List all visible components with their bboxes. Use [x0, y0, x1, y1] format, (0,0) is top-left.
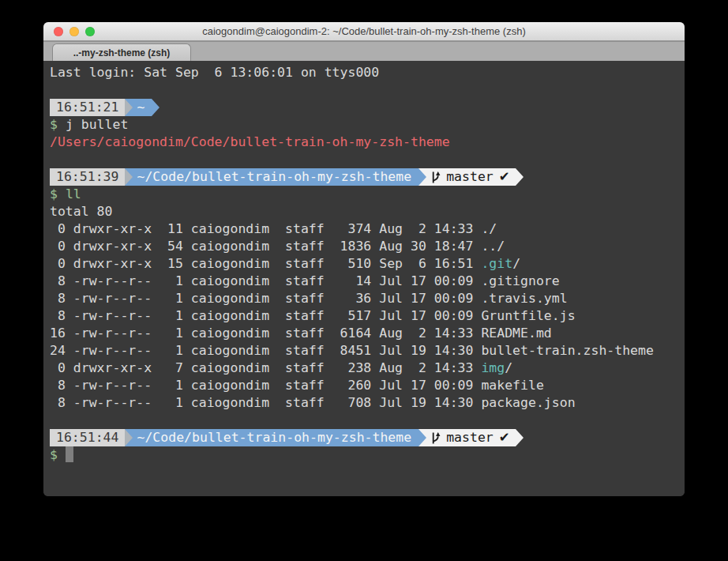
- input-line[interactable]: $: [50, 446, 678, 464]
- blank-line: [50, 81, 678, 99]
- ls-row: 0 drwxr-xr-x 7 caiogondim staff 238 Aug …: [50, 360, 678, 377]
- prompt-char: $: [50, 447, 58, 462]
- git-branch-icon: [430, 431, 441, 445]
- prompt-dir-segment: ~/Code/bullet-train-oh-my-zsh-theme: [133, 429, 418, 446]
- terminal-screen[interactable]: Last login: Sat Sep 6 13:06:01 on ttys00…: [43, 61, 685, 496]
- directory-name: img: [481, 360, 505, 375]
- text-cursor: [66, 446, 73, 462]
- segment-separator: [125, 99, 133, 116]
- close-button[interactable]: [54, 27, 63, 36]
- zoom-button[interactable]: [85, 27, 95, 36]
- prompt-line: 16:51:39 ~/Code/bullet-train-oh-my-zsh-t…: [50, 168, 678, 186]
- ls-row: 8 -rw-r--r-- 1 caiogondim staff 517 Jul …: [50, 307, 678, 325]
- prompt-time: 16:51:39: [56, 168, 118, 186]
- ls-listing: 0 drwxr-xr-x 11 caiogondim staff 374 Aug…: [50, 220, 678, 412]
- prompt-line: 16:51:21 ~: [50, 99, 678, 116]
- separator-arrow-icon: [418, 168, 426, 186]
- ls-row: 0 drwxr-xr-x 11 caiogondim staff 374 Aug…: [50, 220, 678, 238]
- separator-arrow-icon: [125, 99, 133, 116]
- prompt-path: ~: [137, 99, 144, 116]
- ls-row: 8 -rw-r--r-- 1 caiogondim staff 14 Jul 1…: [50, 273, 678, 290]
- segment-separator: [418, 429, 426, 446]
- directory-name: .git: [481, 256, 512, 271]
- blank-line: [50, 151, 678, 168]
- prompt-git-segment: master ✔: [426, 429, 515, 446]
- terminal-tab[interactable]: ..-my-zsh-theme (zsh): [52, 43, 191, 61]
- git-clean-check-icon: ✔: [499, 168, 510, 186]
- last-login-line: Last login: Sat Sep 6 13:06:01 on ttys00…: [50, 64, 678, 81]
- traffic-lights: [54, 22, 95, 40]
- blank-line: [50, 412, 678, 429]
- separator-arrow-icon: [125, 168, 133, 186]
- autojump-output: /Users/caiogondim/Code/bullet-train-oh-m…: [50, 134, 678, 151]
- prompt-dir-segment: ~/Code/bullet-train-oh-my-zsh-theme: [133, 168, 418, 186]
- command-text: ll: [66, 186, 81, 201]
- ls-row: 0 drwxr-xr-x 54 caiogondim staff 1836 Au…: [50, 238, 678, 255]
- tab-bar: ..-my-zsh-theme (zsh): [43, 41, 685, 61]
- prompt-path: ~/Code/bullet-train-oh-my-zsh-theme: [137, 429, 411, 446]
- separator-arrow-icon: [152, 99, 159, 116]
- window-titlebar[interactable]: caiogondim@caiogondim-2: ~/Code/bullet-t…: [43, 22, 685, 41]
- separator-arrow-icon: [516, 429, 523, 446]
- prompt-time: 16:51:21: [56, 99, 118, 116]
- ls-row: 24 -rw-r--r-- 1 caiogondim staff 8451 Ju…: [50, 342, 678, 360]
- separator-arrow-icon: [516, 168, 523, 186]
- tab-label: ..-my-zsh-theme (zsh): [73, 47, 171, 58]
- prompt-char: $: [50, 117, 58, 132]
- prompt-time-segment: 16:51:44: [50, 429, 125, 446]
- git-branch-name: master: [446, 429, 493, 446]
- git-branch-icon: [430, 171, 441, 184]
- prompt-time-segment: 16:51:21: [50, 99, 125, 116]
- prompt-path: ~/Code/bullet-train-oh-my-zsh-theme: [137, 168, 411, 186]
- ls-row: 8 -rw-r--r-- 1 caiogondim staff 708 Jul …: [50, 394, 678, 412]
- segment-separator: [125, 168, 133, 186]
- prompt-time-segment: 16:51:39: [50, 168, 125, 186]
- git-branch-name: master: [446, 168, 493, 186]
- prompt-dir-segment: ~: [133, 99, 152, 116]
- minimize-button[interactable]: [69, 27, 79, 36]
- command-text: j bullet: [66, 117, 128, 132]
- segment-separator: [125, 429, 133, 446]
- window-title: caiogondim@caiogondim-2: ~/Code/bullet-t…: [202, 25, 526, 37]
- ls-row: 8 -rw-r--r-- 1 caiogondim staff 260 Jul …: [50, 377, 678, 394]
- command-line: $ ll: [50, 186, 678, 203]
- git-clean-check-icon: ✔: [499, 429, 510, 446]
- prompt-time: 16:51:44: [56, 429, 118, 446]
- prompt-git-segment: master ✔: [426, 168, 515, 186]
- ls-row: 8 -rw-r--r-- 1 caiogondim staff 36 Jul 1…: [50, 290, 678, 307]
- prompt-line: 16:51:44 ~/Code/bullet-train-oh-my-zsh-t…: [50, 429, 678, 446]
- ls-row: 0 drwxr-xr-x 15 caiogondim staff 510 Sep…: [50, 255, 678, 273]
- ls-row: 16 -rw-r--r-- 1 caiogondim staff 6164 Au…: [50, 325, 678, 342]
- prompt-char: $: [50, 186, 58, 201]
- separator-arrow-icon: [418, 429, 426, 446]
- segment-separator: [418, 168, 426, 186]
- ls-total-line: total 80: [50, 203, 678, 220]
- terminal-window: caiogondim@caiogondim-2: ~/Code/bullet-t…: [43, 22, 685, 496]
- command-line: $ j bullet: [50, 116, 678, 134]
- separator-arrow-icon: [125, 429, 133, 446]
